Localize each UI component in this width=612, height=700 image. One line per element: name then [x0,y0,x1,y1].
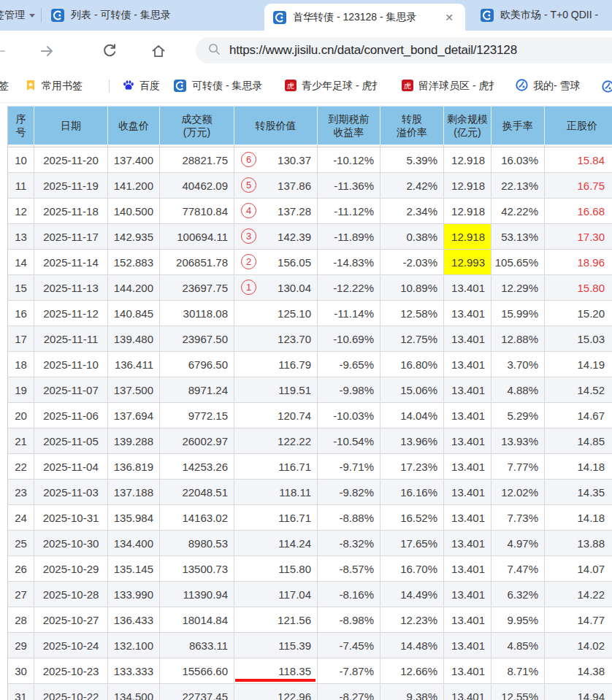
cell-value: 133.333 [114,665,153,677]
cell-value: 8.71% [507,665,538,677]
bookmark-hupu-abroad[interactable]: 虎 留洋球员区 - 虎扑 [402,70,495,102]
cell-value: 142.39 [278,231,311,243]
bookmark-xueqiu[interactable]: 我的- 雪球 [516,70,581,102]
cell-value: 137.694 [114,409,153,422]
cell-value: -10.03% [333,409,374,422]
table-row: 202025-11-06137.6949772.15120.74-10.03%1… [8,403,612,428]
bookmark-hupu-youth[interactable]: 虎 青少年足球 - 虎扑 [285,70,378,102]
cell-turn: 5.29% [491,403,545,428]
col-header-size: 剩余规模(亿元) [444,107,491,145]
tab-manager-button[interactable]: 签管理 [0,0,39,31]
cell-ytm: -11.14% [318,301,380,326]
cell-prem: 10.89% [380,275,444,301]
cell-value: 8633.11 [189,639,228,652]
cell-value: 19 [15,384,27,396]
gap-cell [234,145,318,147]
forward-button[interactable] [38,42,56,60]
home-button[interactable] [150,42,167,60]
cell-size: 13.401 [444,505,491,531]
browser-tab-list[interactable]: 列表 - 可转债 - 集思录 [51,0,171,31]
cell-seq: 14 [8,250,34,275]
cell-seq: 20 [8,403,34,428]
bookmark-jisilu[interactable]: 可转债 - 集思录 [174,70,262,102]
cell-value: 156.05 [278,256,311,269]
cell-turn: 3.70% [491,352,545,377]
cell-seq: 17 [8,326,34,352]
cell-value: 122.96 [278,691,311,700]
tab-manager-label: 签管理 [0,9,25,22]
bookmark-baidu[interactable]: 百度 [123,70,160,102]
tab-label: 欧美市场 - T+0 QDII - [500,9,598,22]
cell-val: 115.80 [234,556,318,582]
cell-value: 16.70% [400,563,437,575]
bookmark-favorites[interactable]: 常用书签 [25,70,83,102]
cell-px: 16.75 [545,173,612,199]
cell-val: 114.24 [234,531,318,556]
cell-seq: 15 [8,275,34,301]
cell-value: 2025-10-29 [43,563,99,575]
cell-value: 13.401 [451,282,485,294]
cell-date: 2025-11-17 [34,224,108,250]
cell-value: 13 [15,231,27,243]
cell-value: 2025-11-13 [43,282,99,294]
cell-value: -10.54% [333,435,374,447]
cell-val: 156.052 [234,250,318,275]
cell-value: 13.401 [451,307,485,320]
cell-ytm: -8.57% [318,556,380,582]
cell-px: 14.35 [545,480,612,505]
cell-value: 23967.50 [182,333,228,345]
cell-vol: 8633.11 [160,633,234,658]
cell-seq: 19 [8,377,34,403]
col-header-val: 转股价值 [234,107,318,145]
cell-size: 13.401 [444,301,491,326]
browser-tab-active[interactable]: 首华转债 - 123128 - 集思录 ✕ [264,4,465,31]
cell-value: 2025-11-18 [43,205,99,218]
cell-value: 12.918 [451,231,485,243]
cell-value: 16.52% [400,512,437,524]
address-bar[interactable]: https://www.jisilu.cn/data/convert_bond_… [196,37,612,64]
cell-date: 2025-10-28 [34,582,108,607]
cell-value: 77810.84 [182,205,228,218]
back-button[interactable] [0,42,8,60]
cell-vol: 8980.53 [160,531,234,556]
cell-value: 2025-11-11 [44,333,99,345]
close-tab-icon[interactable]: ✕ [442,10,456,25]
cell-value: 2025-11-06 [43,409,99,422]
cell-vol: 9772.15 [160,403,234,428]
cell-value: 11 [15,180,27,192]
cell-value: 30118.08 [183,307,228,320]
cell-value: -8.27% [339,691,374,700]
cell-value: 28 [15,614,27,626]
cell-size: 13.401 [444,582,491,607]
cell-value: -11.12% [334,205,374,218]
cell-ytm: -9.98% [318,377,380,403]
cell-value: 14.48% [400,639,437,652]
cell-ytm: -9.65% [318,352,380,377]
cell-seq: 31 [8,684,34,700]
xueqiu-icon-clipped[interactable] [602,70,612,102]
refresh-button[interactable] [101,42,118,60]
cell-date: 2025-10-31 [34,505,108,531]
cell-size: 13.401 [444,275,491,301]
browser-tab-qdii[interactable]: 欧美市场 - T+0 QDII - [481,0,598,31]
cell-close: 136.433 [108,607,160,633]
cell-value: 142.935 [114,231,153,243]
cell-prem: 15.06% [380,377,444,403]
cell-value: 12.23% [400,614,437,626]
bookmark-clipped[interactable]: 书签 [0,70,9,102]
cell-px: 15.20 [545,301,612,326]
cell-vol: 14253.26 [160,454,234,480]
cell-turn: 42.22% [491,199,545,224]
cell-close: 135.145 [108,556,160,582]
cell-value: 2025-11-17 [43,231,99,243]
cell-turn: 7.73% [491,505,545,531]
cell-value: -11.14% [334,307,374,320]
cell-value: 139.288 [114,435,153,447]
cell-val: 115.39 [234,633,318,658]
cell-seq: 27 [8,582,34,607]
table-body: 102025-11-20137.40028821.75130.376-10.12… [8,147,612,700]
cell-vol: 11390.94 [160,582,234,607]
cell-value: 12.66% [400,665,437,677]
cell-turn: 4.85% [491,633,545,658]
cell-value: 13.401 [451,358,485,371]
